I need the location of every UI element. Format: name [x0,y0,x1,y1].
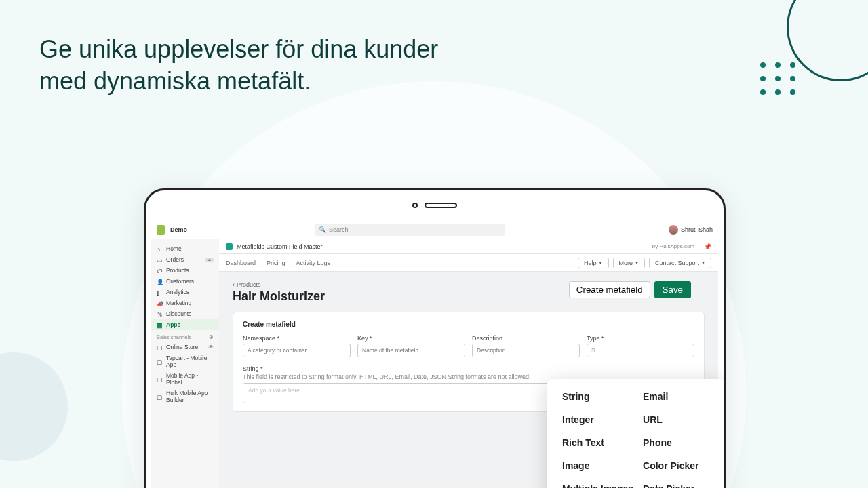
home-icon: ⌂ [157,246,163,252]
namespace-input[interactable] [243,344,351,357]
channel-icon: ▢ [157,344,163,350]
type-option[interactable]: Color Picker [643,460,711,471]
pin-icon[interactable]: 📌 [704,243,711,250]
customers-icon: 👤 [157,279,163,285]
type-options-menu: StringEmailIntegerURLRich TextPhoneImage… [547,379,726,488]
tab-pricing[interactable]: Pricing [267,260,285,266]
type-option[interactable]: String [562,391,633,402]
bg-circle-tr [787,0,868,81]
app-title-bar: Metafields Custom Field Master by HulkAp… [219,239,718,254]
channel-icon: ▢ [157,376,163,382]
help-button[interactable]: Help▼ [578,258,608,268]
analytics-icon: ⫿ [157,289,163,296]
type-option[interactable]: Integer [562,414,633,425]
type-option[interactable]: Image [562,460,633,471]
sidebar-section-sales-channels: Sales channels⊕ [151,330,219,342]
marketing-headline: Ge unika upplevelser för dina kundermed … [39,34,438,98]
sidebar-channel[interactable]: ▢Online Store👁 [151,342,219,352]
string-label: String * [243,365,694,372]
search-icon: 🔍 [319,226,326,233]
orders-icon: ▭ [157,257,163,263]
chevron-left-icon: ‹ [233,281,235,288]
search-placeholder: Search [329,226,349,233]
app-icon [226,243,233,250]
store-name: Demo [170,226,187,233]
key-input[interactable] [357,344,465,357]
channel-icon: ▢ [157,394,163,400]
description-label: Description [472,335,580,342]
tablet-frame: Demo 🔍 Search Shruti Shah ⌂Home▭Orders4🏷… [144,188,726,488]
tablet-notch [146,190,724,220]
marketing-icon: 📣 [157,300,163,306]
type-label: Type * [587,335,694,342]
create-metafield-button[interactable]: Create metafield [569,281,650,298]
app-by: by HulkApps.com [652,243,694,249]
sidebar-item-discounts[interactable]: ％Discounts [151,308,219,319]
tab-activity-logs[interactable]: Activity Logs [296,260,331,266]
decorative-dots [760,62,797,95]
card-title: Create metafield [243,321,694,328]
sidebar: ⌂Home▭Orders4🏷Products👤Customers⫿Analyti… [151,239,219,488]
discounts-icon: ％ [157,311,163,317]
type-option[interactable]: Rich Text [562,437,633,448]
chevron-down-icon: ▼ [635,261,639,265]
topbar: Demo 🔍 Search Shruti Shah [151,220,718,239]
eye-icon[interactable]: 👁 [208,344,214,350]
tab-bar: Dashboard Pricing Activity Logs Help▼ Mo… [219,254,718,272]
chevron-down-icon: ▼ [599,261,603,265]
save-button[interactable]: Save [654,281,691,298]
more-button[interactable]: More▼ [613,258,645,268]
sidebar-channel[interactable]: ▢Tapcart - Mobile App [151,352,219,370]
sidebar-item-marketing[interactable]: 📣Marketing [151,298,219,308]
bg-circle-bl [0,352,68,461]
shopify-logo-icon [157,225,165,235]
sidebar-channel[interactable]: ▢Hulk Mobile App Builder [151,388,219,405]
type-option[interactable]: Email [643,391,711,402]
app-name: Metafields Custom Field Master [237,243,323,250]
namespace-label: Namespace * [243,335,351,342]
apps-icon: ▦ [157,322,163,328]
type-option[interactable]: Multiple Images [562,483,633,488]
sidebar-item-analytics[interactable]: ⫿Analytics [151,287,219,298]
channel-icon: ▢ [157,359,163,365]
type-option[interactable]: Date Picker [643,483,711,488]
description-input[interactable] [472,344,580,357]
sidebar-item-products[interactable]: 🏷Products [151,265,219,276]
sidebar-item-home[interactable]: ⌂Home [151,243,219,254]
type-select[interactable]: S [587,344,694,357]
type-option[interactable]: Phone [643,437,711,448]
type-option[interactable]: URL [643,414,711,425]
sidebar-item-apps[interactable]: ▦Apps [151,319,219,330]
sidebar-item-customers[interactable]: 👤Customers [151,276,219,287]
chevron-down-icon: ▼ [701,261,705,265]
user-name: Shruti Shah [681,226,713,233]
key-label: Key * [357,335,465,342]
user-menu[interactable]: Shruti Shah [669,225,713,235]
add-channel-icon[interactable]: ⊕ [209,334,214,340]
tab-dashboard[interactable]: Dashboard [226,260,256,266]
products-icon: 🏷 [157,268,163,274]
sidebar-item-orders[interactable]: ▭Orders4 [151,254,219,265]
contact-support-button[interactable]: Contact Support▼ [649,258,711,268]
avatar [669,225,678,235]
search-input[interactable]: 🔍 Search [315,224,505,236]
sidebar-channel[interactable]: ▢Mobile App - Plobal [151,370,219,388]
